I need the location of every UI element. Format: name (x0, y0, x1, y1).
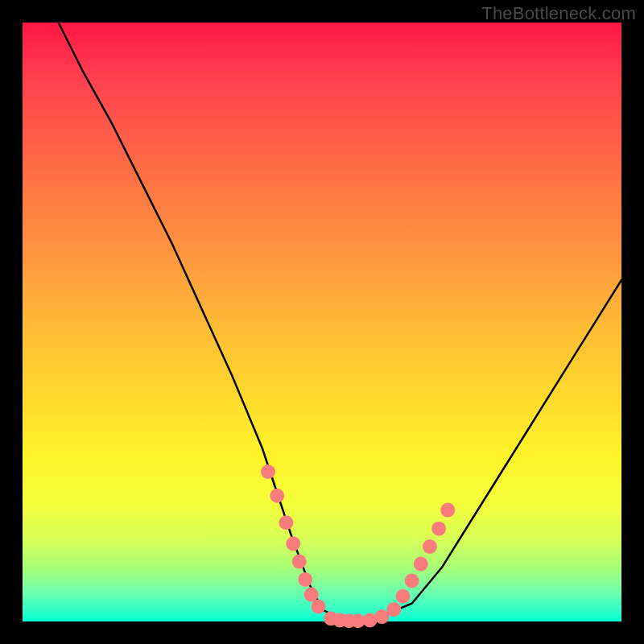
marker-dot (298, 572, 312, 587)
marker-dot (286, 536, 300, 551)
marker-dot (395, 589, 410, 604)
marker-dot (405, 573, 419, 588)
curve-group (59, 23, 621, 621)
marker-dot (270, 489, 284, 503)
markers-group (261, 464, 455, 628)
marker-dot (292, 555, 307, 569)
curve-path (59, 23, 621, 621)
marker-dot (386, 602, 401, 617)
chart-plot-area (23, 23, 621, 621)
marker-dot (261, 464, 275, 479)
marker-dot (414, 557, 428, 572)
marker-dot (312, 599, 326, 613)
chart-container: TheBottleneck.com (0, 0, 644, 644)
marker-dot (440, 503, 455, 518)
marker-dot (279, 515, 293, 530)
watermark-text: TheBottleneck.com (481, 3, 636, 24)
marker-dot (431, 522, 446, 536)
chart-svg (23, 23, 621, 621)
marker-dot (423, 539, 437, 554)
